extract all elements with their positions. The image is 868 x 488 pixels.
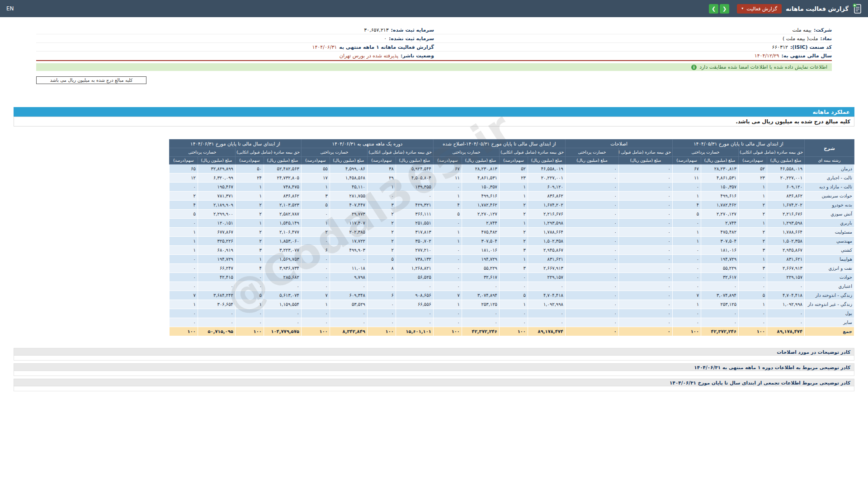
data-cell: ۷۸۱,۳۷۱ [198, 192, 235, 201]
data-cell: ۱,۷۸۲,۴۶۲ [462, 201, 499, 210]
group-header-adjustments: اصلاحات [565, 140, 672, 148]
data-cell: ۸۹,۱۷۸,۴۷۴ [767, 327, 805, 336]
leaf-share: سهم(درصد) [169, 157, 198, 164]
data-cell: ۳ [235, 246, 264, 255]
data-cell: ۰ [618, 219, 672, 228]
leaf-share: سهم(درصد) [499, 157, 528, 164]
data-cell: ۰ [330, 282, 367, 291]
data-cell: ۲,۹۴۵,۸۶۷ [528, 246, 565, 255]
data-cell: ۰ [565, 264, 618, 273]
data-cell: ۰ [672, 219, 701, 228]
data-cell: ۰ [301, 282, 330, 291]
data-cell: ۱ [499, 192, 528, 201]
row-label: باربري [805, 219, 854, 228]
data-cell: ۲ [367, 219, 396, 228]
data-cell: ۳,۲۲۳,۰۷۷ [264, 246, 301, 255]
data-cell: ۳,۰۷۴,۸۹۴ [462, 291, 499, 300]
data-cell: ۷ [433, 291, 462, 300]
data-cell: ۱,۲۶۸,۸۲۱ [396, 264, 433, 273]
data-cell: ۲ [235, 210, 264, 219]
data-cell: ۴۹۹,۶۱۶ [462, 192, 499, 201]
data-cell: ۸۹,۱۷۸,۴۷۴ [528, 327, 565, 336]
data-cell: ۰ [462, 309, 499, 318]
next-report-button[interactable]: ❯ [720, 4, 729, 14]
table-row: درمان۴۶,۵۵۸,۰۱۹۵۲۲۸,۲۳۰,۸۱۳۶۷۰۰۴۶,۵۵۸,۰۱… [169, 164, 854, 174]
data-cell: ۰ [618, 210, 672, 219]
data-cell: ۱ [169, 228, 198, 237]
data-cell: ۲ [499, 237, 528, 246]
data-cell: ۰ [565, 228, 618, 237]
data-cell: ۳,۶۸۴,۲۴۲ [198, 291, 235, 300]
chevron-right-icon: ❯ [722, 6, 726, 12]
prev-report-button[interactable]: ❮ [709, 4, 718, 14]
data-cell: ۰ [672, 255, 701, 264]
table-row: حوادث سرنشین۸۳۶,۸۶۲۱۴۹۹,۶۱۶۱۰۰۸۳۶,۸۶۲۱۴۹… [169, 192, 854, 201]
comment-box [14, 386, 854, 391]
data-cell: ۱ [235, 255, 264, 264]
leaf-share: سهم(درصد) [739, 157, 767, 164]
data-cell: ۲۸,۲۳۰,۸۱۳ [462, 164, 499, 174]
report-type-dropdown[interactable]: گزارش فعالیت ▾ [737, 4, 782, 14]
row-label: سایر [805, 318, 854, 327]
data-cell: ۰ [767, 318, 805, 327]
data-cell: ۴۷۵,۴۸۲ [701, 228, 739, 237]
signed-data-notice: اطلاعات نمایش داده شده با اطلاعات امضا ش… [36, 63, 832, 71]
data-cell: ۰ [618, 174, 672, 183]
data-cell: ۱۳۹,۳۵۵ [396, 183, 433, 192]
data-cell: ۰ [565, 255, 618, 264]
data-cell: ۲ [169, 192, 198, 201]
report-period-value: ۱۴۰۴/۰۶/۳۱ [312, 44, 337, 50]
sub-header-claims: خسارت پرداختی [301, 148, 367, 157]
data-cell: ۴۲,۳۷۲,۲۴۶ [701, 327, 739, 336]
data-cell: ۰ [701, 282, 739, 291]
data-cell: ۱ [433, 300, 462, 309]
table-row: آتش سوزي۲,۲۱۶,۶۷۶۲۲,۲۷۰,۱۲۷۵۰۰۲,۲۱۶,۶۷۶۲… [169, 210, 854, 219]
data-cell: ۲ [499, 201, 528, 210]
data-cell: ۰ [618, 246, 672, 255]
table-row: حوادث۲۲۹,۱۵۷۰۳۲,۶۱۷۰۰۰۲۲۹,۱۵۷۰۳۲,۶۱۷۰۵۶,… [169, 273, 854, 282]
data-cell: ۳۲,۶۱۷ [462, 273, 499, 282]
comment-block-adjustments: کادر توضیحات در مورد اصلاحات [14, 348, 854, 361]
data-cell: ۲,۲۱۶,۶۷۶ [528, 210, 565, 219]
table-row: کشتي۲,۹۴۵,۸۶۷۳۱۸۱,۰۱۶۰۰۰۲,۹۴۵,۸۶۷۳۱۸۱,۰۱… [169, 246, 854, 255]
row-label: حوادث سرنشین [805, 192, 854, 201]
data-cell: ۰ [433, 246, 462, 255]
info-row: نماد: ملت( بیمه ملت ) سرمایه ثبت نشده: ۰ [36, 34, 832, 43]
group-header-ytd-current: از ابتدای سال مالی تا پایان مورخ ۱۴۰۴/۰۶… [169, 140, 301, 148]
row-label: درمان [805, 164, 854, 174]
data-cell: ۰ [169, 264, 198, 273]
data-cell: ۷۴۸,۴۷۵ [264, 183, 301, 192]
data-cell: ۱ [499, 219, 528, 228]
data-cell: ۱ [499, 255, 528, 264]
data-cell: ۱۰۰ [169, 327, 198, 336]
sub-header-claims: خسارت پرداختی [433, 148, 499, 157]
chevron-down-icon: ▾ [741, 7, 743, 10]
data-cell: ۰ [672, 318, 701, 327]
data-cell: ۹۰۸,۶۵۶ [396, 291, 433, 300]
data-cell: ۴۰۷,۴۴۷ [330, 201, 367, 210]
data-cell: ۲ [739, 237, 767, 246]
data-cell: ۱۷,۷۲۲ [330, 237, 367, 246]
data-cell: ۵۵ [301, 164, 330, 174]
data-cell: ۰ [565, 219, 618, 228]
info-row: شرکت: بیمه ملت سرمایه ثبت شده: ۳۰,۶۵۷,۲۱… [36, 26, 832, 34]
data-cell: ۰ [739, 309, 767, 318]
data-cell: ۱ [672, 228, 701, 237]
data-cell: ۱ [235, 219, 264, 228]
data-cell: ۲ [367, 228, 396, 237]
data-cell: ۵ [672, 210, 701, 219]
data-cell: ۱,۶۷۴,۲۰۲ [528, 201, 565, 210]
leaf-amount: مبلغ (میلیون ریال) [264, 157, 301, 164]
leaf-amount: مبلغ (میلیون ریال) [330, 157, 367, 164]
data-cell: ۱,۴۵۸,۵۶۸ [330, 174, 367, 183]
data-cell: ۰ [433, 219, 462, 228]
data-cell: ۸۳۱,۶۲۱ [767, 255, 805, 264]
data-cell: ۱,۵۶۹,۷۵۳ [264, 255, 301, 264]
data-cell: ۲,۱۰۶,۴۷۷ [264, 228, 301, 237]
data-cell: ۴,۷۰۴,۴۱۸ [528, 291, 565, 300]
page-title: گزارش فعالیت ماهانه [786, 5, 849, 12]
notice-text: اطلاعات نمایش داده شده با اطلاعات امضا ش… [699, 64, 827, 70]
info-row: کد صنعت (ISIC): ۶۶۰۳۱۲ گزارش فعالیت ماها… [36, 43, 832, 52]
language-switch[interactable]: EN [6, 5, 14, 12]
data-cell: ۶۰۹,۱۲۰ [528, 183, 565, 192]
